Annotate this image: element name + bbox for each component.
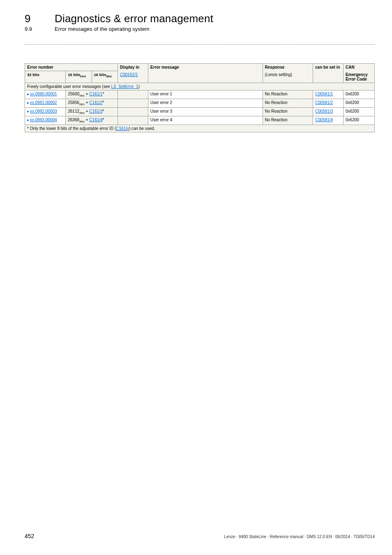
c-link[interactable]: C161/3 [89, 109, 102, 113]
table-row: ▸xx.0983.00004 26368dec + C161/4* User e… [25, 116, 375, 125]
th-can: CAN [343, 64, 374, 71]
th-error-number: Error number [25, 64, 118, 71]
th-16bits-hex: 16 bitshex [66, 71, 92, 83]
chapter-number: 9 [25, 12, 32, 25]
setin-cell: C00581/4 [313, 116, 344, 125]
calc-cell: 25600dec + C161/1* [66, 90, 118, 99]
setin-link[interactable]: C00581/2 [315, 100, 333, 105]
disp-cell [118, 90, 148, 99]
id-cell: ▸xx.0981.00002 [25, 99, 66, 107]
bullet-icon: ▸ [27, 92, 29, 96]
display-link[interactable]: C00162/1 [120, 72, 138, 77]
response-cell: No Reaction [263, 116, 313, 125]
can-cell: 0x6200 [343, 99, 374, 107]
calc-cell: 25856dec + C161/2* [66, 99, 118, 107]
group-row: Freely configurable user error messages … [25, 83, 375, 90]
setin-cell: C00581/2 [313, 99, 344, 107]
page-footer: 452 Lenze · 8400 StateLine · Reference m… [25, 533, 375, 539]
footnote-row: * Only the lower 8 bits of the adjustabl… [25, 125, 375, 132]
table-row: ▸xx.0981.00002 25856dec + C161/2* User e… [25, 99, 375, 107]
footnote-link[interactable]: C161/x [116, 126, 129, 131]
th-can-sub: EmergencyError Code [343, 71, 374, 83]
setin-link[interactable]: C00581/4 [315, 118, 333, 122]
msg-cell: User error 1 [148, 90, 263, 99]
setin-cell: C00581/3 [313, 107, 344, 116]
response-cell: No Reaction [263, 99, 313, 107]
error-id-link[interactable]: xx.0980.00001 [30, 92, 57, 96]
th-display-in: Display in [118, 64, 148, 71]
bullet-icon: ▸ [27, 118, 29, 122]
th-error-message: Error message [148, 64, 263, 83]
c-link[interactable]: C161/2 [89, 100, 102, 105]
response-cell: No Reaction [263, 90, 313, 99]
setin-link[interactable]: C00581/3 [315, 109, 333, 113]
error-id-link[interactable]: xx.0981.00002 [30, 100, 57, 105]
calc-cell: 26368dec + C161/4* [66, 116, 118, 125]
msg-cell: User error 2 [148, 99, 263, 107]
error-id-link[interactable]: xx.0983.00004 [30, 118, 57, 122]
section-number: 9.9 [25, 26, 32, 32]
setin-cell: C00581/1 [313, 90, 344, 99]
id-cell: ▸xx.0983.00004 [25, 116, 66, 125]
setin-link[interactable]: C00581/1 [315, 92, 333, 96]
page-number: 452 [25, 533, 34, 539]
c-link[interactable]: C161/1 [89, 92, 102, 96]
th-can-set-in: can be set in [313, 64, 344, 83]
th-response: Response [263, 64, 313, 71]
footer-text: Lenze · 8400 StateLine · Reference manua… [224, 534, 375, 539]
msg-cell: User error 3 [148, 107, 263, 116]
th-16bits-dec: 16 bitsdec [92, 71, 118, 83]
calc-cell: 26112dec + C161/3* [66, 107, 118, 116]
disp-cell [118, 116, 148, 125]
th-32bits: 32 bits [25, 71, 66, 83]
disp-cell [118, 107, 148, 116]
bullet-icon: ▸ [27, 109, 29, 113]
error-id-link[interactable]: xx.0982.00003 [30, 109, 57, 113]
table-row: ▸xx.0982.00003 26112dec + C161/3* User e… [25, 107, 375, 116]
footnote-cell: * Only the lower 8 bits of the adjustabl… [25, 125, 375, 132]
c-link[interactable]: C161/4 [89, 118, 102, 122]
id-cell: ▸xx.0982.00003 [25, 107, 66, 116]
chapter-title: Diagnostics & error management [55, 12, 213, 25]
th-response-sub: (Lenze setting) [263, 71, 313, 83]
can-cell: 0x6200 [343, 116, 374, 125]
id-cell: ▸xx.0980.00001 [25, 90, 66, 99]
group-cell: Freely configurable user error messages … [25, 83, 375, 90]
disp-cell [118, 99, 148, 107]
msg-cell: User error 4 [148, 116, 263, 125]
can-cell: 0x6200 [343, 90, 374, 99]
table-row: ▸xx.0980.00001 25600dec + C161/1* User e… [25, 90, 375, 99]
error-table: Error number Display in Error message Re… [25, 63, 375, 132]
response-cell: No Reaction [263, 107, 313, 116]
bullet-icon: ▸ [27, 100, 29, 105]
page-header: 9 Diagnostics & error management 9.9 Err… [25, 12, 375, 32]
can-cell: 0x6200 [343, 107, 374, 116]
th-display-link: C00162/1 [118, 71, 148, 83]
section-title: Error messages of the operating system [55, 26, 150, 32]
group-link[interactable]: LS_SetError_1 [111, 84, 138, 89]
separator-line [25, 44, 375, 45]
